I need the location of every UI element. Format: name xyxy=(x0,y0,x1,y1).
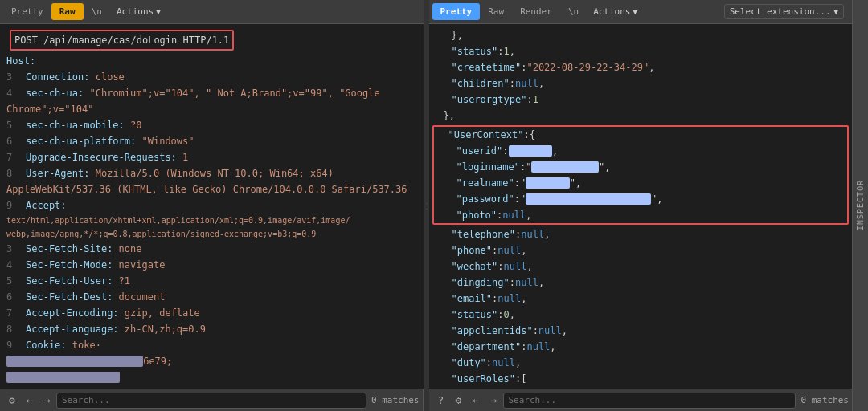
tab-pretty-right[interactable]: Pretty xyxy=(432,3,481,20)
right-tab-bar: Pretty Raw Render \n Actions ▼ Select ex… xyxy=(429,0,853,24)
user-context-box: "UserContext":{ "userid":·······, "login… xyxy=(432,125,850,225)
forward-icon-left[interactable]: → xyxy=(40,393,55,408)
actions-menu-left[interactable]: Actions ▼ xyxy=(110,3,167,20)
json-status: "status":1, xyxy=(429,43,853,59)
url-line: POST /api/manage/cas/doLogin HTTP/1.1 xyxy=(0,27,424,53)
right-panel: Pretty Raw Render \n Actions ▼ Select ex… xyxy=(429,0,853,411)
actions-menu-right[interactable]: Actions ▼ xyxy=(587,3,644,20)
json-children: "children":null, xyxy=(429,75,853,92)
json-email: "email":null, xyxy=(429,291,853,307)
matches-left: 0 matches xyxy=(371,395,420,405)
select-extension-button[interactable]: Select extension... ▼ xyxy=(724,4,844,19)
header-fetch-site: 3 Sec-Fetch-Site: none xyxy=(0,241,424,257)
json-userorgtype: "userorgtype":1 xyxy=(429,92,853,108)
left-content: POST /api/manage/cas/doLogin HTTP/1.1 Ho… xyxy=(0,24,424,389)
left-panel: Pretty Raw \n Actions ▼ POST /api/manage… xyxy=(0,0,424,411)
json-realname: "realname":"·······", xyxy=(434,175,848,191)
header-upgrade: 7 Upgrade-Insecure-Requests: 1 xyxy=(0,149,424,165)
json-line-close1: }, xyxy=(429,27,853,43)
header-encoding: 7 Accept-Encoding: gzip, deflate xyxy=(0,305,424,321)
json-phone: "phone":null, xyxy=(429,242,853,258)
json-close2: }, xyxy=(429,108,853,124)
header-accept: 9 Accept: xyxy=(0,197,424,214)
left-bottom-bar: ⚙ ← → 0 matches xyxy=(0,389,424,411)
inspector-sidebar: INSPECTOR xyxy=(852,0,868,411)
header-ua-cont: AppleWebKit/537.36 (KHTML, like Gecko) C… xyxy=(0,181,424,197)
json-photo: "photo":null, xyxy=(434,207,848,223)
back-icon-right[interactable]: ← xyxy=(469,393,484,408)
json-status2: "status":0, xyxy=(429,307,853,323)
chevron-down-icon-ext: ▼ xyxy=(834,8,838,16)
json-createtime: "createtime":"2022-08-29-22-34-29", xyxy=(429,59,853,75)
json-password: "password":"·····················", xyxy=(434,191,848,207)
header-connection: 3 Connection: close xyxy=(0,69,424,85)
right-content: }, "status":1, "createtime":"2022-08-29-… xyxy=(429,24,853,389)
json-wechat: "wechat":null, xyxy=(429,258,853,275)
left-tab-bar: Pretty Raw \n Actions ▼ xyxy=(0,0,424,24)
tab-n-left[interactable]: \n xyxy=(84,3,110,20)
json-appclientids: "appclientids":null, xyxy=(429,323,853,339)
tab-render-right[interactable]: Render xyxy=(512,3,560,20)
header-fetch-user: 5 Sec-Fetch-User: ?1 xyxy=(0,273,424,289)
cookie-val: ·······················6e79; xyxy=(0,353,424,369)
header-platform: 6 sec-ch-ua-platform: "Windows" xyxy=(0,133,424,149)
json-usercontext-key: "UserContext":{ xyxy=(434,127,848,143)
header-sec-ch-ua: 4 sec-ch-ua: "Chromium";v="104", " Not A… xyxy=(0,85,424,101)
search-input-left[interactable] xyxy=(56,393,366,409)
header-host: Host: xyxy=(0,53,424,69)
header-lang: 8 Accept-Language: zh-CN,zh;q=0.9 xyxy=(0,321,424,337)
header-mobile: 5 sec-ch-ua-mobile: ?0 xyxy=(0,117,424,133)
json-duty: "duty":null, xyxy=(429,355,853,371)
chevron-down-icon-right: ▼ xyxy=(633,8,637,16)
blurred-line: ··················· xyxy=(0,369,424,385)
json-loginname: "loginname":"···········", xyxy=(434,159,848,175)
json-department: "department":null, xyxy=(429,339,853,355)
header-fetch-dest: 6 Sec-Fetch-Dest: document xyxy=(0,289,424,305)
settings-icon-right[interactable]: ⚙ xyxy=(452,393,466,408)
settings-icon-left[interactable]: ⚙ xyxy=(5,393,19,408)
back-icon-left[interactable]: ← xyxy=(23,393,37,408)
header-sec-ch-ua-cont: Chrome";v="104" xyxy=(0,101,424,117)
chevron-down-icon: ▼ xyxy=(156,8,160,16)
right-search-area: ? ⚙ ← → 0 matches xyxy=(429,389,853,411)
json-dingding: "dingding":null, xyxy=(429,275,853,291)
header-user-agent: 8 User-Agent: Mozilla/5.0 (Windows NT 10… xyxy=(0,165,424,181)
inspector-label: INSPECTOR xyxy=(856,180,865,230)
search-input-right[interactable] xyxy=(503,393,796,409)
left-search-area: ⚙ ← → 0 matches xyxy=(0,389,424,411)
header-cookie: 9 Cookie: toke· xyxy=(0,337,424,353)
json-telephone: "telephone":null, xyxy=(429,226,853,242)
tab-raw-right[interactable]: Raw xyxy=(480,3,512,20)
header-fetch-mode: 4 Sec-Fetch-Mode: navigate xyxy=(0,257,424,273)
tab-raw-left[interactable]: Raw xyxy=(51,3,84,20)
matches-right: 0 matches xyxy=(800,395,849,405)
header-accept-val2: webp,image/apng,*/*;q=0.8,application/si… xyxy=(0,227,424,241)
right-bottom-bar: ? ⚙ ← → 0 matches xyxy=(429,389,853,411)
help-icon-right[interactable]: ? xyxy=(434,393,448,408)
tab-n-right[interactable]: \n xyxy=(560,3,587,20)
tab-pretty-left[interactable]: Pretty xyxy=(3,3,51,20)
json-userid: "userid":·······, xyxy=(434,143,848,159)
json-userroles: "userRoles":[ xyxy=(429,371,853,387)
header-accept-val: text/html,application/xhtml+xml,applicat… xyxy=(0,214,424,227)
forward-icon-right[interactable]: → xyxy=(487,393,502,408)
